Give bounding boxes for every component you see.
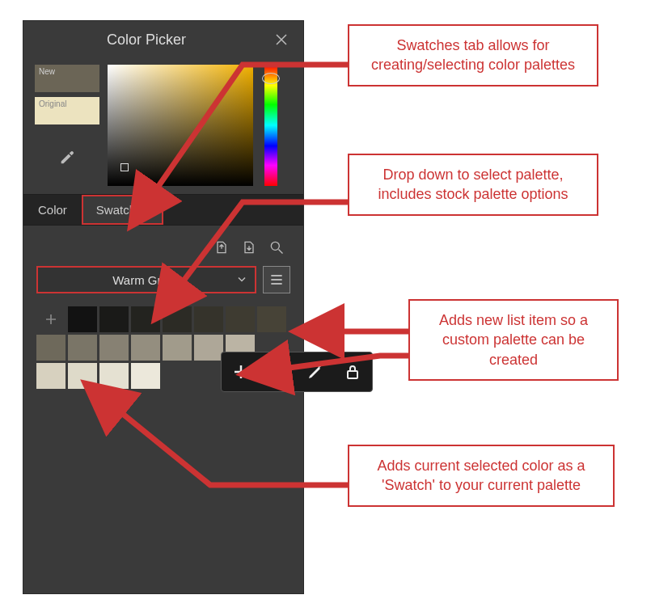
- palette-selector-row: Warm Grays: [23, 263, 303, 300]
- swatch[interactable]: [68, 335, 97, 361]
- svg-rect-2: [276, 369, 285, 378]
- search-palette-button[interactable]: [268, 238, 285, 256]
- callout-add-list-item: Adds new list item so a custom palette c…: [408, 299, 619, 381]
- panel-header: Color Picker: [23, 21, 303, 58]
- swatch[interactable]: [257, 306, 286, 332]
- original-color-chip[interactable]: Original: [35, 97, 99, 124]
- tab-bar: Color Swatches: [23, 194, 303, 226]
- swatch-edit-toolbar: [221, 352, 373, 392]
- close-button[interactable]: [269, 27, 294, 52]
- export-icon: [241, 239, 257, 255]
- swatch[interactable]: [68, 363, 97, 389]
- hue-slider[interactable]: [264, 65, 277, 186]
- list-icon: [268, 272, 285, 288]
- swatch[interactable]: [131, 335, 160, 361]
- chevron-down-icon: [237, 273, 247, 287]
- swatch[interactable]: [226, 306, 255, 332]
- swatch[interactable]: [163, 335, 192, 361]
- svg-rect-3: [348, 371, 357, 378]
- pencil-icon: [306, 362, 325, 382]
- swatch[interactable]: [36, 363, 66, 389]
- picker-area: New Original: [23, 58, 303, 194]
- swatch[interactable]: [194, 335, 223, 361]
- svg-point-0: [271, 242, 279, 250]
- callout-add-swatch: Adds current selected color as a 'Swatch…: [348, 445, 615, 507]
- new-color-label: New: [39, 67, 55, 76]
- original-color-label: Original: [39, 99, 66, 108]
- color-picker-panel: Color Picker New Original Color Swatches: [23, 20, 304, 594]
- callout-swatches-tab: Swatches tab allows for creating/selecti…: [348, 24, 598, 86]
- import-icon: [213, 239, 230, 255]
- duplicate-icon: [268, 362, 288, 382]
- import-palette-button[interactable]: [213, 238, 230, 256]
- palette-list-button[interactable]: [263, 266, 290, 293]
- swatch[interactable]: [131, 306, 160, 332]
- hue-cursor[interactable]: [262, 73, 280, 84]
- add-swatch-toolbar-button[interactable]: [228, 359, 254, 385]
- rename-swatch-button[interactable]: [302, 359, 328, 385]
- palette-dropdown[interactable]: Warm Grays: [36, 266, 256, 293]
- swatch-toolbar: [23, 226, 303, 263]
- duplicate-swatch-button[interactable]: [265, 359, 291, 385]
- plus-icon: [44, 312, 58, 327]
- plus-icon: [231, 362, 251, 382]
- swatch[interactable]: [131, 363, 160, 389]
- new-original-column: New Original: [35, 65, 99, 186]
- new-color-chip[interactable]: New: [35, 65, 99, 92]
- swatch[interactable]: [99, 335, 129, 361]
- lock-icon: [343, 362, 362, 382]
- close-icon: [275, 33, 288, 46]
- callout-palette-dropdown: Drop down to select palette, includes st…: [348, 154, 598, 216]
- tab-color[interactable]: Color: [23, 195, 82, 225]
- swatch[interactable]: [36, 335, 66, 361]
- palette-dropdown-label: Warm Grays: [112, 273, 180, 287]
- tab-swatches[interactable]: Swatches: [82, 195, 163, 225]
- swatch[interactable]: [99, 363, 129, 389]
- swatch[interactable]: [163, 306, 192, 332]
- saturation-field[interactable]: [108, 65, 253, 186]
- eyedropper-button[interactable]: [35, 144, 99, 171]
- search-icon: [268, 239, 285, 255]
- swatch[interactable]: [194, 306, 223, 332]
- lock-swatch-button[interactable]: [340, 359, 366, 385]
- panel-title: Color Picker: [23, 32, 269, 49]
- swatch[interactable]: [68, 306, 97, 332]
- swatch[interactable]: [99, 306, 129, 332]
- add-swatch-button[interactable]: [36, 306, 66, 332]
- saturation-cursor[interactable]: [120, 163, 129, 171]
- eyedropper-icon: [58, 149, 76, 167]
- swatch-row: [36, 306, 290, 332]
- export-palette-button[interactable]: [240, 238, 258, 256]
